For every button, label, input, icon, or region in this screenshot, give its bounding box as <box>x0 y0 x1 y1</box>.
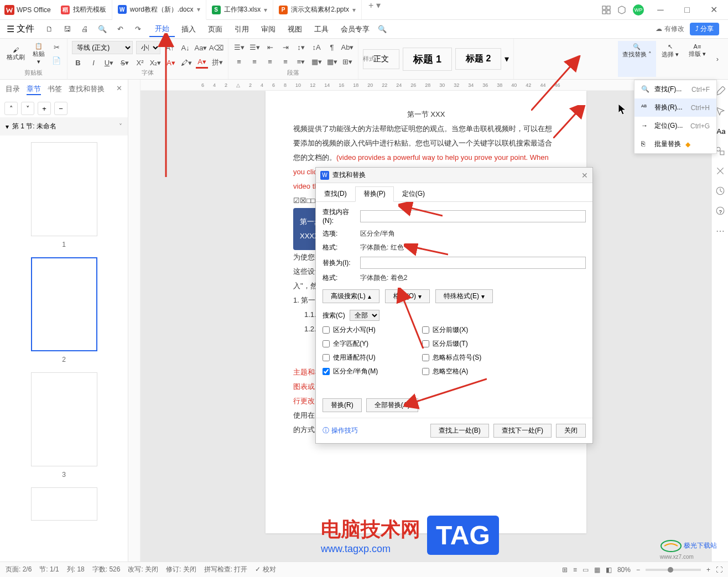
grid-icon[interactable] <box>602 6 611 14</box>
shading-icon[interactable]: ▦▾ <box>310 55 323 67</box>
check-suffix[interactable]: 区分后缀(T) <box>422 339 481 349</box>
zoom-in-button[interactable]: + <box>706 566 710 574</box>
redo-icon[interactable]: ↷ <box>132 23 144 35</box>
bold-icon[interactable]: B <box>72 56 84 69</box>
text-direction-icon[interactable]: Ab▾ <box>341 41 353 53</box>
increase-font-icon[interactable]: A↑ <box>164 41 176 54</box>
menu-view[interactable]: 视图 <box>282 22 308 37</box>
clear-format-icon[interactable]: A⌫ <box>210 41 222 54</box>
distribute-icon[interactable]: ≡▾ <box>295 55 307 67</box>
tab-pptx[interactable]: P 演示文稿素材2.pptx ▾ <box>273 0 362 19</box>
indent-icon[interactable]: ⇥ <box>279 41 292 53</box>
add-section-button[interactable]: + <box>38 102 51 115</box>
print-icon[interactable]: 🖨 <box>79 23 91 35</box>
tab-xlsx[interactable]: S 工作簿3.xlsx ▾ <box>206 0 274 19</box>
cloud-sync-icon[interactable]: ☁ 有修改 <box>656 24 684 34</box>
sidebar-tab-toc[interactable]: 目录 <box>6 84 20 95</box>
sidebar-tab-bookmark[interactable]: 书签 <box>48 84 62 95</box>
status-page[interactable]: 页面: 2/6 <box>6 565 32 574</box>
dropdown-batch-replace[interactable]: ⎘ 批量替换 ◆ <box>635 135 716 153</box>
save-icon[interactable]: 🖫 <box>61 23 73 35</box>
cut-icon[interactable]: ✂ <box>50 41 63 53</box>
outdent-icon[interactable]: ⇤ <box>264 41 276 53</box>
tab-menu-icon[interactable]: ▾ <box>264 6 267 14</box>
line-spacing-icon[interactable]: ↕▾ <box>295 41 307 53</box>
align-right-icon[interactable]: ≡ <box>264 55 276 67</box>
search-scope-select[interactable]: 全部 <box>350 310 379 321</box>
menu-reference[interactable]: 引用 <box>229 22 254 37</box>
check-wildcard[interactable]: 使用通配符(U) <box>323 353 378 362</box>
numbering-icon[interactable]: ☰▾ <box>248 41 261 53</box>
zoom-out-button[interactable]: − <box>636 566 640 574</box>
advanced-search-button[interactable]: 高级搜索(L) ▴ <box>323 289 379 303</box>
select-button[interactable]: ↖ 选择 ▾ <box>657 41 683 77</box>
status-spellcheck[interactable]: 拼写检查: 打开 <box>204 565 248 574</box>
replace-button[interactable]: 替换(R) <box>323 398 362 412</box>
strike-icon[interactable]: S̶▾ <box>118 56 131 69</box>
tab-menu-icon[interactable]: ▾ <box>197 6 200 13</box>
phonetic-icon[interactable]: 拼▾ <box>211 56 223 69</box>
file-menu[interactable]: ☰文件 <box>3 23 38 35</box>
dialog-titlebar[interactable]: W 查找和替换 ✕ <box>316 168 592 183</box>
dialog-close-button[interactable]: ✕ <box>581 171 588 180</box>
replace-all-button[interactable]: 全部替换(A) <box>366 398 418 412</box>
dropdown-find[interactable]: 🔍 查找(F)... Ctrl+F <box>635 80 716 98</box>
check-prefix[interactable]: 区分前缀(X) <box>422 325 481 335</box>
bullets-icon[interactable]: ☰▾ <box>233 41 245 53</box>
highlight-icon[interactable]: 🖍▾ <box>180 56 193 69</box>
status-proof[interactable]: ✓ 校对 <box>255 565 275 574</box>
replace-input[interactable] <box>360 257 586 269</box>
dropdown-goto[interactable]: → 定位(G)... Ctrl+G <box>635 117 716 135</box>
superscript-icon[interactable]: X² <box>134 56 146 69</box>
section-header[interactable]: ▾第 1 节: 未命名 ˅ <box>0 117 128 136</box>
cube-icon[interactable] <box>617 6 626 14</box>
sidebar-tab-chapter[interactable]: 章节 <box>27 84 41 95</box>
tab-menu-icon[interactable]: ▾ <box>352 6 356 14</box>
sidebar-close-icon[interactable]: ✕ <box>116 84 122 95</box>
help-link[interactable]: ⓘ 操作技巧 <box>323 426 358 435</box>
styles-more-icon[interactable]: ▾ <box>505 54 509 64</box>
rail-more-icon[interactable]: ⋯ <box>716 226 725 236</box>
font-family-select[interactable]: 等线 (正文) <box>72 41 133 54</box>
next-section-button[interactable]: ˅ <box>21 102 34 115</box>
remove-section-button[interactable]: − <box>54 102 67 115</box>
add-tab-button[interactable]: + ▾ <box>362 0 387 19</box>
find-input[interactable] <box>360 210 586 222</box>
underline-icon[interactable]: U▾ <box>103 56 115 69</box>
close-window-button[interactable]: ✕ <box>704 2 724 18</box>
zoom-slider[interactable] <box>646 569 701 571</box>
tools-icon[interactable] <box>715 166 725 176</box>
undo-icon[interactable]: ↶ <box>114 23 126 35</box>
find-next-button[interactable]: 查找下一处(F) <box>493 424 552 438</box>
dialog-tab-find[interactable]: 查找(D) <box>316 186 355 201</box>
special-format-button[interactable]: 特殊格式(E) ▾ <box>435 289 493 303</box>
new-icon[interactable]: 🗋 <box>43 23 55 35</box>
menu-insert[interactable]: 插入 <box>176 22 201 37</box>
prev-section-button[interactable]: ˄ <box>4 102 18 115</box>
page-thumbnail[interactable] <box>31 142 97 236</box>
tabs-icon[interactable]: ⊞▾ <box>341 55 353 67</box>
fit-page-icon[interactable]: ⛶ <box>716 566 722 574</box>
text-effect-icon[interactable]: A▾ <box>165 56 177 69</box>
font-color-icon[interactable]: A▾ <box>196 56 208 69</box>
status-section[interactable]: 节: 1/1 <box>39 565 59 574</box>
view-mode-icon[interactable]: ≡ <box>573 566 577 574</box>
dialog-tab-replace[interactable]: 替换(P) <box>355 186 394 202</box>
subscript-icon[interactable]: X₂▾ <box>149 56 162 69</box>
dropdown-replace[interactable]: ᴬᴮ 替换(R)... Ctrl+H <box>635 98 716 117</box>
help-icon[interactable]: ? <box>715 206 725 216</box>
view-mode-icon[interactable]: ▭ <box>583 566 589 574</box>
page-thumbnail[interactable] <box>31 487 97 521</box>
collapse-ribbon-icon[interactable]: › <box>711 53 724 65</box>
copy-icon[interactable]: 📄 <box>50 54 63 66</box>
align-center-icon[interactable]: ≡ <box>248 55 261 67</box>
menu-review[interactable]: 审阅 <box>256 22 281 37</box>
find-replace-button[interactable]: 🔍 查找替换 ˄ <box>618 41 656 77</box>
view-mode-icon[interactable]: ▦ <box>594 566 600 574</box>
page-thumbnail[interactable] <box>31 372 97 466</box>
sort-icon[interactable]: ↕A <box>310 41 323 53</box>
status-words[interactable]: 字数: 526 <box>92 565 121 574</box>
justify-icon[interactable]: ≡ <box>279 55 292 67</box>
menu-tools[interactable]: 工具 <box>309 22 334 37</box>
share-button[interactable]: ⤴ 分享 <box>690 23 719 35</box>
